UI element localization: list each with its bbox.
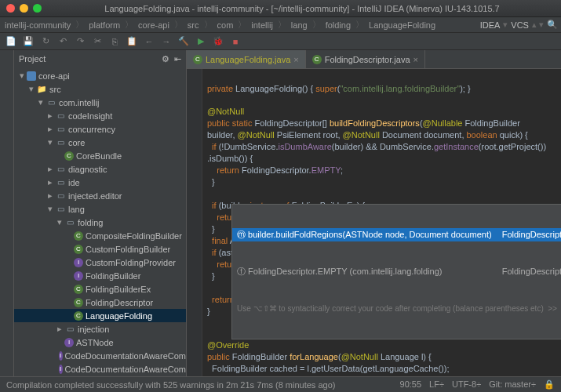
- tree-label: CustomFoldingBuilder: [86, 245, 170, 254]
- paste-icon[interactable]: 📋: [126, 35, 138, 48]
- project-tree[interactable]: ▾core-api▾📁src▾▭com.intellij▸▭codeInsigh…: [14, 67, 186, 376]
- caret-pos[interactable]: 90:55: [400, 379, 422, 390]
- editor[interactable]: private LanguageFolding() { super("com.i…: [187, 69, 561, 376]
- crumb[interactable]: lang: [290, 20, 309, 31]
- tree-node[interactable]: ▾▭com.intellij: [14, 96, 186, 109]
- tab-label: LanguageFolding.java: [206, 55, 290, 64]
- lock-icon[interactable]: 🔒: [544, 379, 555, 390]
- tree-node[interactable]: CLanguageFolding: [14, 309, 186, 322]
- tree-label: CustomFoldingProvider: [86, 258, 176, 267]
- idea-menu[interactable]: IDEA: [480, 20, 501, 30]
- code-area[interactable]: private LanguageFolding() { super("com.i…: [202, 69, 561, 376]
- close-tab-icon[interactable]: ×: [293, 55, 298, 64]
- tree-node[interactable]: CCustomFoldingBuilder: [14, 242, 186, 256]
- tree-node[interactable]: ▾▭lang: [14, 202, 186, 216]
- tree-node[interactable]: ▸▭concurrency: [14, 122, 186, 136]
- crumb[interactable]: core-api: [137, 20, 171, 31]
- undo-icon[interactable]: ↶: [56, 35, 69, 48]
- tree-label: src: [49, 85, 61, 94]
- stop-icon[interactable]: ■: [229, 35, 242, 48]
- intf-icon: I: [59, 351, 63, 361]
- pkg-icon: ▭: [55, 177, 66, 188]
- forward-icon[interactable]: →: [160, 35, 173, 48]
- crumb[interactable]: intellij: [250, 20, 275, 31]
- open-icon[interactable]: 📄: [5, 35, 17, 48]
- breadcrumb-bar: intellij-community〉 platform〉 core-api〉 …: [0, 17, 561, 33]
- line-sep[interactable]: LF÷: [429, 379, 444, 390]
- tree-node[interactable]: ICustomFoldingProvider: [14, 256, 186, 269]
- refresh-icon[interactable]: ↻: [39, 35, 52, 48]
- tree-node[interactable]: CFoldingBuilderEx: [14, 282, 186, 296]
- project-header[interactable]: Project: [19, 54, 46, 64]
- crumb[interactable]: com: [216, 20, 235, 31]
- run-icon[interactable]: ▶: [195, 35, 207, 48]
- tree-node[interactable]: ▾core-api: [14, 69, 186, 82]
- maximize-window[interactable]: [33, 4, 42, 13]
- cls-icon: C: [74, 245, 83, 254]
- crumb[interactable]: intellij-community: [3, 20, 72, 31]
- minimize-window[interactable]: [20, 4, 28, 13]
- tree-label: ide: [68, 178, 80, 187]
- tree-label: com.intellij: [59, 98, 99, 107]
- vcs-menu[interactable]: VCS: [511, 20, 529, 30]
- crumb[interactable]: platform: [87, 20, 122, 31]
- tree-label: injected.editor: [68, 191, 122, 201]
- tree-label: ASTNode: [76, 338, 114, 347]
- pkg-icon: ▭: [46, 97, 56, 108]
- cut-icon[interactable]: ✂: [91, 35, 104, 48]
- tree-node[interactable]: ▾📁src: [14, 82, 186, 96]
- encoding[interactable]: UTF-8÷: [452, 379, 481, 390]
- pkg-icon: ▭: [55, 111, 66, 122]
- git-branch[interactable]: Git: master÷: [489, 379, 536, 390]
- debug-icon[interactable]: 🐞: [212, 35, 224, 48]
- tab-language-folding[interactable]: C LanguageFolding.java ×: [187, 50, 306, 68]
- tree-label: FoldingBuilder: [86, 271, 140, 281]
- tree-node[interactable]: ▸▭injected.editor: [14, 189, 186, 202]
- tree-label: folding: [78, 218, 103, 227]
- tree-node[interactable]: ▸▭codeInsight: [14, 109, 186, 122]
- editor-tabs: C LanguageFolding.java × C FoldingDescri…: [187, 50, 561, 69]
- copy-icon[interactable]: ⎘: [108, 35, 121, 48]
- tree-node[interactable]: ▸▭injection: [14, 322, 186, 336]
- completion-item[interactable]: ⓜ builder.buildFoldRegions(ASTNode node,…: [232, 228, 561, 241]
- close-window[interactable]: [6, 4, 15, 13]
- class-icon: C: [193, 55, 202, 64]
- tree-node[interactable]: CCompositeFoldingBuilder: [14, 229, 186, 242]
- mod-icon: [27, 71, 36, 81]
- tree-node[interactable]: ▾▭core: [14, 136, 186, 149]
- tree-node[interactable]: ▾▭folding: [14, 216, 186, 229]
- search-icon[interactable]: 🔍: [547, 20, 558, 30]
- completion-item[interactable]: ⓕ FoldingDescriptor.EMPTY (com.intellij.…: [232, 265, 561, 278]
- tree-label: concurrency: [68, 125, 115, 134]
- tree-node[interactable]: ICodeDocumentationAwareCom: [14, 349, 186, 362]
- gear-icon[interactable]: ⚙: [162, 54, 169, 64]
- close-tab-icon[interactable]: ×: [413, 55, 418, 64]
- tree-node[interactable]: CFoldingDescriptor: [14, 296, 186, 309]
- pkg-icon: ▭: [55, 191, 66, 201]
- window-title: LanguageFolding.java - intellij-communit…: [49, 4, 555, 13]
- toolbar: 📄 💾 ↻ ↶ ↷ ✂ ⎘ 📋 ← → 🔨 ▶ 🐞 ■: [0, 33, 561, 50]
- intf-icon: I: [64, 338, 74, 347]
- completion-hint: Use ⌥⇧⌘ to syntactically correct your co…: [232, 302, 561, 315]
- editor-gutter[interactable]: [187, 69, 202, 376]
- pkg-icon: ▭: [64, 217, 75, 228]
- class-icon: C: [312, 55, 322, 64]
- build-icon[interactable]: 🔨: [177, 35, 190, 48]
- back-icon[interactable]: ←: [143, 35, 155, 48]
- crumb[interactable]: LanguageFolding: [367, 20, 437, 31]
- crumb[interactable]: folding: [324, 20, 352, 31]
- save-icon[interactable]: 💾: [22, 35, 35, 48]
- completion-popup[interactable]: ⓜ builder.buildFoldRegions(ASTNode node,…: [231, 204, 561, 339]
- tree-node[interactable]: ICodeDocumentationAwareCom: [14, 362, 186, 376]
- tree-node[interactable]: CCoreBundle: [14, 149, 186, 162]
- pkg-icon: ▭: [55, 204, 66, 215]
- collapse-icon[interactable]: ⇤: [174, 54, 181, 64]
- tree-node[interactable]: IASTNode: [14, 336, 186, 349]
- tree-node[interactable]: ▸▭ide: [14, 176, 186, 189]
- redo-icon[interactable]: ↷: [74, 35, 86, 48]
- cls-icon: C: [74, 298, 83, 307]
- tree-node[interactable]: ▸▭diagnostic: [14, 162, 186, 176]
- crumb[interactable]: src: [186, 20, 201, 31]
- tab-folding-descriptor[interactable]: C FoldingDescriptor.java ×: [306, 50, 425, 68]
- tree-node[interactable]: IFoldingBuilder: [14, 269, 186, 282]
